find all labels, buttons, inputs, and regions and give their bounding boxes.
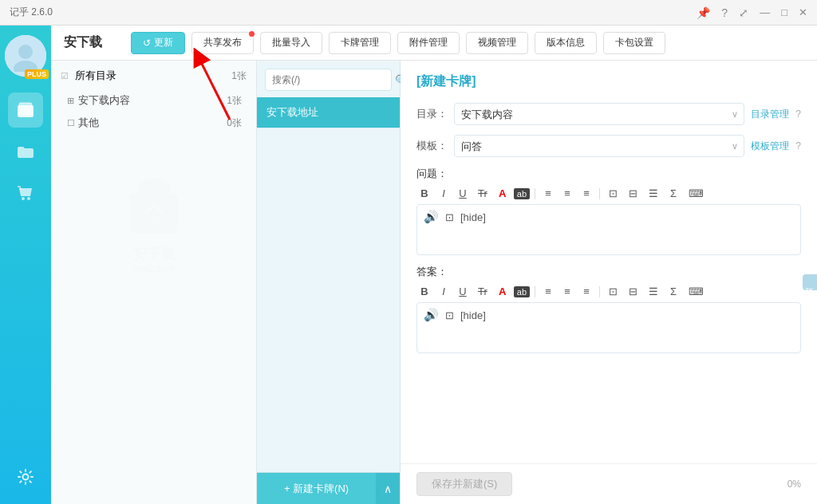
new-card-button[interactable]: + 新建卡牌(N) <box>257 473 376 504</box>
a-align-left-button[interactable]: ≡ <box>540 284 556 299</box>
a-color-button[interactable]: A <box>495 284 511 299</box>
edit-bottom: 保存并新建(S) 0% <box>401 463 817 504</box>
watermark: 安下载 anx2.com <box>122 177 186 274</box>
q-bold-button[interactable]: B <box>416 186 432 201</box>
pin-icon[interactable]: 📌 <box>697 6 710 19</box>
settings-icon[interactable] <box>11 463 40 491</box>
q-sum-button[interactable]: Σ <box>665 186 681 201</box>
sidebar-item-folder[interactable] <box>8 134 43 169</box>
tree-item-count-content: 1张 <box>227 94 242 108</box>
a-hide-tag: [hide] <box>460 309 486 321</box>
expand-icon[interactable]: ⤢ <box>739 6 748 19</box>
a-italic-button[interactable]: I <box>436 284 452 299</box>
a-align-center-button[interactable]: ≡ <box>559 284 575 299</box>
a-img-icon: ⊡ <box>445 309 454 321</box>
template-help-icon[interactable]: ? <box>795 140 801 152</box>
update-button[interactable]: ↺ 更新 <box>131 32 185 54</box>
share-button[interactable]: 共享发布 <box>191 32 254 54</box>
q-insert-img-button[interactable]: ⊡ <box>605 186 622 201</box>
svg-rect-8 <box>130 193 178 233</box>
question-editor-content[interactable]: 🔊 ⊡ [hide] <box>416 204 801 255</box>
directory-label: 目录： <box>416 107 448 121</box>
question-editor-toolbar: B I U Tr A ab ≡ ≡ ≡ ⊡ ⊟ ☰ Σ <box>416 186 801 201</box>
search-input[interactable] <box>272 74 392 85</box>
sidebar-item-shop[interactable] <box>8 175 43 211</box>
q-underline-button[interactable]: U <box>455 186 471 201</box>
search-bar: 🔍 <box>265 69 392 91</box>
q-align-left-button[interactable]: ≡ <box>540 186 556 201</box>
titlebar: 记乎 2.6.0 📌 ? ⤢ — □ ✕ <box>0 0 817 26</box>
a-bullet-list-button[interactable]: ☰ <box>645 284 662 299</box>
minimize-button[interactable]: — <box>760 6 770 18</box>
batch-import-button[interactable]: 批量导入 <box>260 32 322 54</box>
tree-item-count-other: 0张 <box>227 116 242 130</box>
a-underline-button[interactable]: U <box>455 284 471 299</box>
q-highlight-button[interactable]: ab <box>514 188 530 199</box>
a-align-right-button[interactable]: ≡ <box>578 284 594 299</box>
notification-dot <box>249 31 255 37</box>
avatar[interactable]: PLUS <box>5 35 46 77</box>
tree-items: ⊞ 安下载内容 1张 ☐ 其他 0张 <box>51 86 256 137</box>
q-italic-button[interactable]: I <box>436 186 452 201</box>
new-card-arrow-button[interactable]: ∧ <box>376 473 400 504</box>
q-strikethrough-button[interactable]: Tr <box>474 186 491 201</box>
q-speaker-icon: 🔊 <box>424 210 439 224</box>
answer-editor-content[interactable]: 🔊 ⊡ [hide] <box>416 302 801 353</box>
a-code-button[interactable]: ⌨ <box>685 284 708 299</box>
watermark-container: 安下载 anx2.com <box>51 137 256 504</box>
version-info-button[interactable]: 版本信息 <box>535 32 597 54</box>
progress-text: 0% <box>787 478 801 490</box>
template-manage-link[interactable]: 模板管理 <box>751 140 789 153</box>
toggle-icon-other: ☐ <box>67 118 78 128</box>
a-sum-button[interactable]: Σ <box>665 284 681 299</box>
q-img-icon: ⊡ <box>445 211 454 223</box>
preview-tab[interactable]: 预览 <box>803 274 817 290</box>
sidebar-nav <box>8 93 43 463</box>
tree-item-other[interactable]: ☐ 其他 0张 <box>51 112 256 134</box>
sep2 <box>599 188 600 199</box>
q-bullet-list-button[interactable]: ☰ <box>645 186 662 201</box>
sidebar-item-cards[interactable] <box>8 93 43 128</box>
pack-settings-button[interactable]: 卡包设置 <box>603 32 665 54</box>
a-highlight-button[interactable]: ab <box>514 286 530 297</box>
svg-point-6 <box>23 474 29 480</box>
card-manage-button[interactable]: 卡牌管理 <box>329 32 391 54</box>
q-color-button[interactable]: A <box>495 186 511 201</box>
card-list: 安下载地址 <box>257 97 400 472</box>
answer-label: 答案： <box>416 265 801 279</box>
directory-help-icon[interactable]: ? <box>795 108 801 120</box>
directory-manage-link[interactable]: 目录管理 <box>751 108 789 121</box>
question-content-inner: 🔊 ⊡ [hide] <box>424 210 794 224</box>
template-row: 模板： 问答 模板管理 ? <box>416 135 801 157</box>
app-body: PLUS <box>0 26 817 504</box>
q-align-center-button[interactable]: ≡ <box>559 186 575 201</box>
sidebar-bottom <box>11 463 40 504</box>
tree-root-label: ☑ 所有目录 <box>61 69 116 83</box>
close-button[interactable]: ✕ <box>799 6 807 18</box>
save-button[interactable]: 保存并新建(S) <box>416 472 512 496</box>
root-checkbox[interactable]: ☑ <box>61 71 69 81</box>
tree-item-content[interactable]: ⊞ 安下载内容 1张 <box>51 89 256 112</box>
toggle-icon-content: ⊞ <box>67 96 78 106</box>
help-icon[interactable]: ? <box>721 6 728 19</box>
edit-panel: [新建卡牌] 目录： 安下载内容 目录管理 ? <box>401 61 817 463</box>
q-code-button[interactable]: ⌨ <box>685 186 708 201</box>
a-numbered-list-button[interactable]: ⊟ <box>625 284 641 299</box>
list-item[interactable]: 安下载地址 <box>257 97 400 128</box>
maximize-button[interactable]: □ <box>781 6 787 18</box>
q-hide-tag: [hide] <box>460 211 486 223</box>
answer-content-inner: 🔊 ⊡ [hide] <box>424 308 794 322</box>
list-panel: 🔍 安下载地址 + 新建卡牌(N) ∧ <box>257 61 401 504</box>
attachment-manage-button[interactable]: 附件管理 <box>397 32 460 54</box>
template-select[interactable]: 问答 <box>454 135 744 157</box>
directory-select[interactable]: 安下载内容 <box>454 103 744 125</box>
a-bold-button[interactable]: B <box>416 284 432 299</box>
answer-editor-toolbar: B I U Tr A ab ≡ ≡ ≡ ⊡ ⊟ ☰ Σ <box>416 284 801 299</box>
q-numbered-list-button[interactable]: ⊟ <box>625 186 641 201</box>
a-strikethrough-button[interactable]: Tr <box>474 284 491 299</box>
q-align-right-button[interactable]: ≡ <box>578 186 594 201</box>
a-insert-img-button[interactable]: ⊡ <box>605 284 622 299</box>
video-manage-button[interactable]: 视频管理 <box>466 32 528 54</box>
main-panel: ☑ 所有目录 1张 ⊞ 安下载内容 1张 ☐ 其他 0张 <box>51 61 817 504</box>
plus-badge: PLUS <box>25 69 49 79</box>
